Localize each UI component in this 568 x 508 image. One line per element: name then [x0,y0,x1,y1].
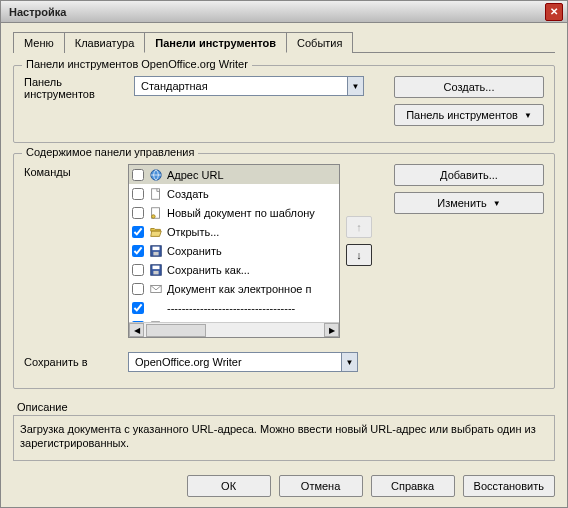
list-item[interactable]: Сохранить [129,241,339,260]
list-item-label: Сохранить как... [165,264,335,276]
save-in-label: Сохранить в [24,356,128,368]
description-label: Описание [17,401,555,413]
chevron-down-icon: ▼ [524,111,532,120]
restore-label: Восстановить [474,480,544,492]
open-icon [147,225,165,239]
ok-button[interactable]: ОК [187,475,271,497]
tab-menu[interactable]: Меню [13,32,65,53]
list-item-label: Документ как электронное п [165,283,335,295]
list-item-label: ----------------------------------- [165,302,335,314]
list-item-checkbox[interactable] [129,302,147,314]
move-up-button[interactable]: ↑ [346,216,372,238]
list-item-checkbox[interactable] [129,207,147,219]
svg-rect-6 [153,251,158,255]
arrow-down-icon: ↓ [356,249,362,261]
list-item-checkbox[interactable] [129,283,147,295]
change-command-label: Изменить [437,197,487,209]
cancel-button[interactable]: Отмена [279,475,363,497]
list-item[interactable]: Сохранить как... [129,260,339,279]
list-item[interactable]: Создать [129,184,339,203]
change-command-button[interactable]: Изменить ▼ [394,192,544,214]
list-item-checkbox[interactable] [129,169,147,181]
list-item-checkbox[interactable] [129,188,147,200]
svg-rect-1 [152,188,160,199]
dialog-footer: ОК Отмена Справка Восстановить [1,467,567,507]
cancel-label: Отмена [301,480,340,492]
list-item[interactable]: Адрес URL [129,165,339,184]
template-icon [147,206,165,220]
email-icon [147,282,165,296]
save-in-select[interactable]: OpenOffice.org Writer ▼ [128,352,358,372]
list-item-checkbox[interactable] [129,264,147,276]
svg-rect-5 [153,246,160,250]
content-legend: Содержимое панели управления [22,146,198,158]
horizontal-scrollbar[interactable]: ◀ ▶ [129,322,339,337]
list-item-label: Сохранить [165,245,335,257]
url-icon [147,168,165,182]
add-command-label: Добавить... [440,169,498,181]
arrow-up-icon: ↑ [356,221,362,233]
list-item-label: Новый документ по шаблону [165,207,335,219]
toolbar-select-value: Стандартная [135,80,347,92]
commands-listbox[interactable]: Адрес URLСоздатьНовый документ по шаблон… [128,164,340,338]
toolbar-select[interactable]: Стандартная ▼ [134,76,364,96]
sep-icon [147,301,165,315]
save-icon [147,244,165,258]
titlebar: Настройка ✕ [1,1,567,23]
svg-rect-9 [153,270,158,274]
chevron-down-icon: ▼ [341,353,357,371]
new-toolbar-button[interactable]: Создать... [394,76,544,98]
content-fieldset: Содержимое панели управления Команды Адр… [13,153,555,389]
svg-point-3 [152,214,156,218]
chevron-down-icon: ▼ [493,199,501,208]
new-icon [147,187,165,201]
move-down-button[interactable]: ↓ [346,244,372,266]
scroll-right-icon[interactable]: ▶ [324,323,339,337]
restore-button[interactable]: Восстановить [463,475,555,497]
new-toolbar-label: Создать... [444,81,495,93]
save-in-value: OpenOffice.org Writer [129,356,341,368]
list-item-label: Открыть... [165,226,335,238]
toolbars-fieldset: Панели инструментов OpenOffice.org Write… [13,65,555,143]
close-icon: ✕ [550,6,558,17]
toolbar-label: Панель инструментов [24,76,134,100]
window-title: Настройка [9,6,545,18]
scroll-left-icon[interactable]: ◀ [129,323,144,337]
help-button[interactable]: Справка [371,475,455,497]
toolbar-menu-label: Панель инструментов [406,109,518,121]
toolbar-menu-button[interactable]: Панель инструментов ▼ [394,104,544,126]
saveas-icon [147,263,165,277]
tab-keyboard[interactable]: Клавиатура [64,32,146,53]
tab-events[interactable]: События [286,32,353,53]
list-item[interactable]: Документ как электронное п [129,279,339,298]
list-item[interactable]: Новый документ по шаблону [129,203,339,222]
list-item-label: Создать [165,188,335,200]
description-text: Загрузка документа с указанного URL-адре… [13,415,555,461]
list-item-label: Адрес URL [165,169,335,181]
scroll-thumb[interactable] [146,324,206,337]
toolbars-legend: Панели инструментов OpenOffice.org Write… [22,58,252,70]
tab-toolbars[interactable]: Панели инструментов [144,32,287,53]
settings-dialog: Настройка ✕ Меню Клавиатура Панели инстр… [0,0,568,508]
ok-label: ОК [221,480,236,492]
list-item-checkbox[interactable] [129,245,147,257]
chevron-down-icon: ▼ [347,77,363,95]
list-item-checkbox[interactable] [129,226,147,238]
list-item[interactable]: Открыть... [129,222,339,241]
add-command-button[interactable]: Добавить... [394,164,544,186]
close-button[interactable]: ✕ [545,3,563,21]
svg-rect-8 [153,265,160,269]
list-item[interactable]: ----------------------------------- [129,298,339,317]
tab-strip: Меню Клавиатура Панели инструментов Собы… [13,31,555,53]
help-label: Справка [391,480,434,492]
commands-label: Команды [24,164,122,178]
